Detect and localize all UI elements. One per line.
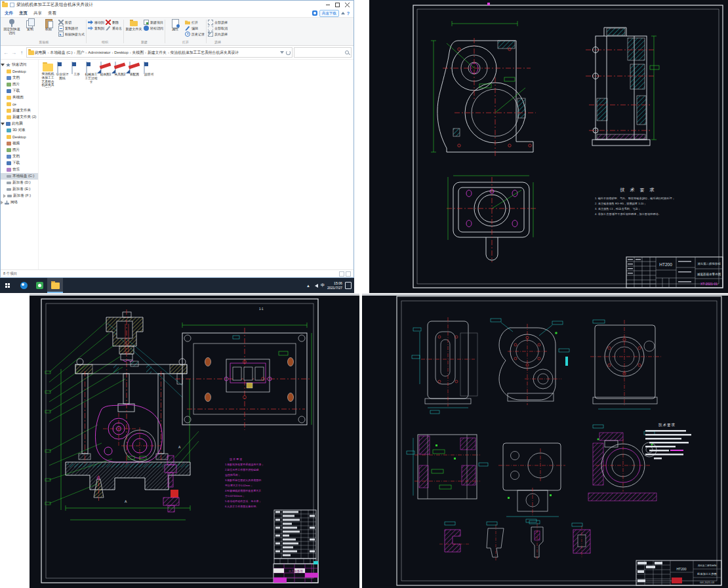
breadcrumb-administrator[interactable]: Administrator — [88, 50, 110, 54]
search-box[interactable] — [294, 47, 352, 58]
copy-path-button[interactable]: 复制路径 — [58, 26, 85, 31]
collapse-ribbon-icon[interactable] — [341, 12, 345, 14]
file-item-doc-3[interactable]: 机械加工工艺过程卡 — [84, 62, 98, 88]
select-none-button[interactable]: 全部取消 — [208, 26, 228, 31]
paste-shortcut-button[interactable]: 粘贴快捷方式 — [58, 31, 85, 37]
sidebar-item-3d-objects[interactable]: 3D 对象 — [1, 127, 38, 134]
move-to-button[interactable]: 移动到 — [88, 20, 104, 25]
address-dropdown-icon[interactable] — [280, 51, 284, 54]
folder-icon — [7, 69, 11, 73]
tab-home[interactable]: 主页 — [19, 10, 28, 16]
sidebar-item-new-folder-2[interactable]: 新建文件夹 (2) — [1, 114, 38, 121]
sidebar-item-network[interactable]: 网络 — [1, 199, 38, 206]
file-item-folder[interactable]: 柴油机机体加工工艺及组合机床夹具设计 — [41, 62, 55, 88]
breadcrumb-desktop[interactable]: Desktop — [114, 50, 128, 54]
breadcrumb-jiamotu[interactable]: 夹模图 — [132, 50, 144, 56]
quick-access-toolbar-icon[interactable] — [10, 3, 14, 7]
chevron-right-icon[interactable] — [3, 194, 6, 198]
maximize-button[interactable] — [333, 1, 342, 9]
properties-button[interactable]: 属性 — [167, 18, 184, 31]
sidebar-item-downloads[interactable]: 下载 — [1, 88, 38, 94]
list-view-icon[interactable] — [339, 271, 344, 277]
taskbar-app-explorer[interactable] — [47, 278, 63, 293]
invert-selection-icon — [208, 31, 213, 37]
breadcrumb-users[interactable]: 用户 — [77, 50, 85, 56]
sidebar-this-pc[interactable]: 此电脑 — [1, 121, 38, 127]
help-icon[interactable]: ? — [347, 11, 350, 16]
drawing-name-cell: 减速器箱体零件图 — [697, 272, 721, 277]
start-button[interactable] — [0, 278, 16, 293]
minimize-button[interactable] — [323, 1, 333, 9]
sidebar-item-videos[interactable]: 视频 — [1, 140, 38, 147]
speaker-icon[interactable] — [313, 284, 318, 288]
cut-button[interactable]: 剪切 — [58, 20, 85, 25]
easy-access-button[interactable]: 轻松访问 — [144, 26, 163, 31]
sidebar-item-pictures[interactable]: 图片 — [1, 81, 38, 88]
invert-selection-button[interactable]: 反向选择 — [208, 31, 228, 37]
thumbnail-view-icon[interactable] — [346, 271, 351, 277]
seam — [30, 294, 359, 296]
back-button[interactable]: ← — [3, 50, 9, 56]
taskbar-app-wps[interactable] — [31, 278, 47, 293]
minimize-icon — [326, 5, 330, 5]
up-button[interactable]: ↑ — [18, 50, 25, 56]
navigation-bar: ← → ↑ 此电脑 本地磁盘 (C:) 用户 Administrator Des… — [1, 46, 354, 60]
breadcrumb-new-folder[interactable]: 新建文件夹 — [148, 50, 167, 56]
tab-view[interactable]: 查看 — [48, 10, 56, 16]
sidebar-item-new-folder[interactable]: 新建文件夹 — [1, 108, 38, 114]
address-bar[interactable]: 此电脑 本地磁盘 (C:) 用户 Administrator Desktop 夹… — [26, 47, 293, 58]
sidebar-item-documents[interactable]: 文档 — [1, 75, 38, 81]
select-all-button[interactable]: 全部选择 — [208, 20, 228, 25]
file-item-cad-1[interactable]: 箱体图1 — [98, 62, 113, 88]
file-item-cad-3[interactable]: 装配图 — [127, 62, 142, 88]
chevron-down-icon[interactable] — [1, 123, 5, 125]
delete-button[interactable]: 删除 — [106, 20, 122, 25]
file-item-doc-1[interactable]: 毕业设计图纸 — [55, 62, 70, 88]
history-button[interactable]: 历史记录 — [185, 31, 205, 37]
tab-share[interactable]: 共享 — [33, 10, 42, 16]
sidebar-item-drive-f[interactable]: 新加卷 (F:) — [1, 193, 38, 199]
chevron-down-icon[interactable] — [1, 64, 5, 66]
sidebar-item-jiamotu[interactable]: 夹模图 — [1, 94, 38, 101]
sidebar-item-ce[interactable]: ce — [1, 101, 38, 108]
paste-button[interactable]: 粘贴 — [40, 18, 57, 31]
sidebar-item-downloads-pc[interactable]: 下载 — [1, 160, 38, 167]
sidebar-item-documents-pc[interactable]: 文档 — [1, 153, 38, 160]
copy-to-icon — [88, 26, 93, 31]
sidebar-item-desktop-pc[interactable]: Desktop — [1, 134, 38, 140]
open-button[interactable]: 打开 — [185, 20, 205, 25]
new-item-button[interactable]: 新建项目 — [144, 20, 163, 25]
sidebar-item-desktop[interactable]: Desktop — [1, 68, 38, 75]
search-input[interactable] — [306, 50, 345, 54]
tray-expand-icon[interactable]: ▲ — [306, 284, 310, 288]
file-item-doc-4[interactable]: 说明书 — [142, 62, 156, 88]
taskbar-app-browser[interactable] — [16, 278, 31, 293]
file-item-cad-2[interactable]: 夹具图2 — [113, 62, 127, 88]
edit-button[interactable]: 编辑 — [185, 26, 205, 31]
ime-indicator[interactable]: 中 — [321, 283, 325, 288]
sidebar-item-drive-d[interactable]: 新加卷 (D:) — [1, 180, 38, 186]
refresh-icon[interactable] — [286, 50, 291, 55]
sidebar-item-pictures-pc[interactable]: 图片 — [1, 147, 38, 153]
copy-to-button[interactable]: 复制到 — [88, 26, 104, 31]
forward-button[interactable]: → — [10, 50, 17, 56]
ribbon-group-clipboard: 固定到快速访问 复制 粘贴 剪切 复制路径 粘贴快捷方式 — [2, 18, 86, 45]
sidebar-item-drive-e[interactable]: 新加卷 (E:) — [1, 186, 38, 193]
tab-file[interactable]: 文件 — [5, 10, 13, 16]
chevron-right-icon[interactable] — [1, 201, 3, 205]
taskbar-clock[interactable]: 15:06 2021/7/27 — [327, 281, 342, 290]
copy-button[interactable]: 复制 — [22, 18, 39, 31]
sidebar-item-music[interactable]: 音乐 — [1, 167, 38, 173]
breadcrumb-current-folder[interactable]: 柴油机机体加工工艺及组合机床夹具设计 — [171, 50, 239, 56]
rename-button[interactable]: 重命名 — [106, 26, 122, 31]
pin-to-quick-access-button[interactable]: 固定到快速访问 — [3, 18, 20, 35]
promo-badge[interactable]: 高速下载 — [319, 10, 339, 17]
file-item-doc-2[interactable]: 工序 — [70, 62, 84, 88]
sidebar-quick-access[interactable]: 快速访问 — [1, 62, 38, 68]
breadcrumb-this-pc[interactable]: 此电脑 — [35, 50, 46, 56]
notification-center-icon[interactable] — [345, 282, 352, 289]
breadcrumb-drive-c[interactable]: 本地磁盘 (C:) — [50, 50, 72, 56]
new-folder-button[interactable]: 新建文件夹 — [125, 18, 142, 31]
sidebar-item-drive-c[interactable]: 本地磁盘 (C:) — [1, 173, 38, 180]
close-button[interactable] — [342, 1, 352, 9]
